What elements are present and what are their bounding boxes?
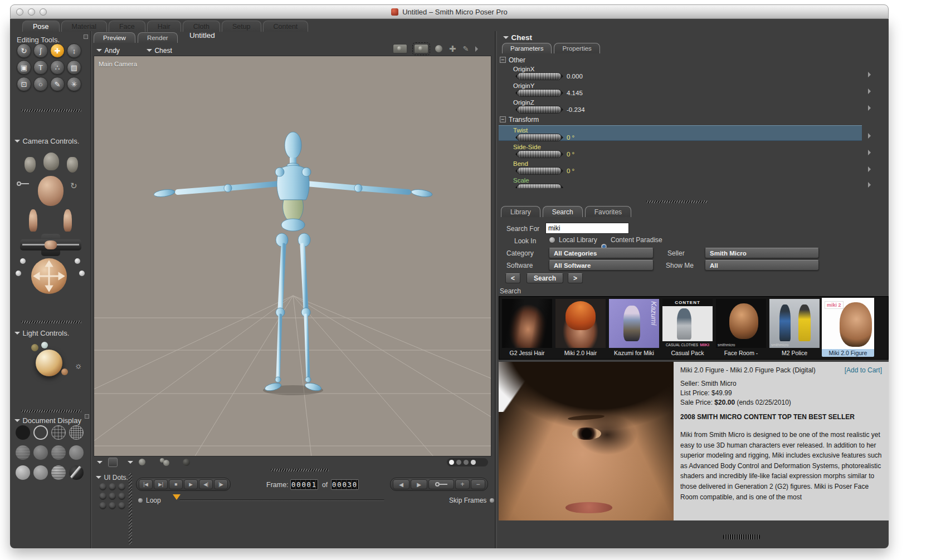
panel-divider[interactable] (495, 31, 497, 548)
radio-local-library[interactable] (549, 237, 555, 243)
shadow-ball-icon[interactable] (183, 459, 190, 466)
ui-dot[interactable] (99, 483, 106, 490)
param-menu-arrow-icon[interactable] (868, 105, 871, 111)
color-tool[interactable]: ✎ (50, 77, 65, 91)
animating-camera-key-icon[interactable] (17, 181, 29, 186)
param-dial-scale[interactable] (518, 184, 561, 188)
camera-trackball-control[interactable] (31, 258, 67, 294)
display-style-dropdown-icon[interactable] (97, 461, 103, 464)
camera-controls-header[interactable]: Camera Controls. (14, 136, 79, 146)
param-menu-arrow-icon[interactable] (868, 133, 871, 139)
actor-menu[interactable]: Chest (147, 45, 172, 55)
library-result[interactable]: Kazumi Kazumi for Miki (608, 299, 660, 357)
camera-dolly-ball-icon[interactable] (20, 258, 26, 264)
sidebar-separator-handle[interactable] (21, 321, 81, 323)
light-indicator[interactable] (61, 369, 68, 375)
view-magnifier-tool[interactable]: ○ (33, 77, 48, 91)
translate-pull-tool[interactable]: ✚ (50, 43, 65, 58)
next-frame-button[interactable]: |▶ (214, 479, 228, 489)
light-globe-control[interactable] (36, 350, 62, 376)
camera-dolly-ball-icon[interactable] (79, 271, 85, 276)
param-value[interactable]: -0.234 (567, 106, 585, 113)
tracking-ball-icon[interactable] (139, 459, 145, 465)
param-value[interactable]: 0.000 (567, 73, 583, 80)
light-indicator[interactable] (31, 344, 38, 351)
editing-tools-panel-handle[interactable] (84, 35, 88, 39)
grouping-tool[interactable]: ▨ (67, 60, 81, 75)
translate-in-out-tool[interactable]: ↕ (67, 43, 81, 58)
display-style-button[interactable] (108, 458, 118, 467)
light-indicator[interactable] (41, 342, 48, 348)
right-hand-camera-icon[interactable] (67, 157, 78, 173)
tab-content[interactable]: Content (263, 21, 309, 32)
param-dial-originz[interactable] (518, 106, 561, 113)
left-hand-camera-icon[interactable] (25, 157, 36, 173)
camera-dolly-ball-icon[interactable] (75, 258, 80, 264)
prev-page-button[interactable]: < (505, 273, 520, 283)
display-style-wireframe[interactable] (51, 425, 66, 440)
library-resize-handle[interactable] (723, 534, 760, 539)
display-style-texture-shaded[interactable] (51, 465, 66, 480)
actor-parameters-header[interactable]: Chest (503, 32, 532, 42)
rotate-tool[interactable]: ↻ (17, 43, 31, 58)
display-style-shadow-preview[interactable] (69, 465, 84, 480)
ui-dot[interactable] (109, 502, 116, 509)
display-style-smooth-shaded[interactable] (16, 465, 30, 480)
document-display-panel-handle[interactable] (85, 414, 89, 419)
param-dial-sideside[interactable] (518, 151, 561, 158)
hand-tool-icon[interactable]: ✎ (463, 45, 469, 52)
direct-manipulation-tool[interactable]: ⊡ (17, 77, 31, 91)
group-collapse-button[interactable]: − (500, 57, 506, 63)
param-menu-arrow-icon[interactable] (868, 89, 871, 94)
param-dial-originy[interactable] (518, 90, 561, 96)
search-input[interactable] (545, 223, 629, 234)
tab-properties[interactable]: Properties (554, 43, 599, 53)
show-me-dropdown[interactable]: All (705, 260, 819, 271)
camera-dots-indicator[interactable] (447, 458, 488, 466)
tab-setup[interactable]: Setup (222, 21, 261, 32)
add-key-button[interactable]: + (455, 479, 470, 489)
ui-dot[interactable] (99, 502, 106, 509)
next-page-button[interactable]: > (568, 273, 583, 283)
seller-dropdown[interactable]: Smith Micro (705, 248, 819, 258)
head-camera-icon[interactable] (38, 176, 64, 206)
tab-render[interactable]: Render (138, 32, 178, 43)
tab-parameters[interactable]: Parameters (502, 43, 552, 53)
delete-key-button[interactable]: − (471, 479, 485, 489)
prev-key-button[interactable]: ◀ (393, 479, 410, 489)
tab-face[interactable]: Face (109, 21, 145, 32)
display-style-cartoon[interactable] (69, 445, 84, 460)
light-controls-header[interactable]: Light Controls. (14, 328, 69, 338)
tab-favorites[interactable]: Favorites (585, 206, 631, 217)
tab-search[interactable]: Search (543, 206, 583, 217)
param-menu-arrow-icon[interactable] (868, 182, 871, 188)
group-collapse-button[interactable]: − (500, 116, 506, 122)
stop-button[interactable]: ■ (169, 479, 183, 489)
param-value[interactable]: 4.145 (567, 90, 583, 96)
display-style-silhouette[interactable] (16, 425, 30, 440)
category-dropdown[interactable]: All Categories (549, 248, 654, 258)
camera-select-icon[interactable] (414, 44, 428, 53)
tab-material[interactable]: Material (61, 21, 107, 32)
add-to-cart-link[interactable]: [Add to Cart] (845, 366, 882, 374)
title-bar[interactable]: Untitled – Smith Micro Poser Pro (10, 4, 889, 19)
prev-frame-button[interactable]: ◀| (199, 479, 213, 489)
library-result-selected[interactable]: miki 2 Miki 2.0 Figure (822, 299, 874, 357)
param-value[interactable]: 0 ° (567, 168, 574, 174)
display-style-smooth-lined[interactable] (33, 465, 48, 480)
move-tool-icon[interactable]: ✚ (449, 45, 456, 53)
display-style-outline[interactable] (33, 425, 48, 440)
viewport-main-camera[interactable]: Main Camera (94, 56, 491, 456)
last-frame-button[interactable]: ▶| (154, 479, 168, 489)
tab-hair[interactable]: Hair (147, 21, 181, 32)
timeline-slider[interactable] (179, 499, 384, 501)
camera-dolly-ball-icon[interactable] (16, 271, 21, 276)
figure-menu[interactable]: Andy (96, 45, 120, 55)
sidebar-separator-handle[interactable] (21, 109, 81, 112)
taper-tool[interactable]: T (33, 60, 48, 75)
library-result[interactable]: smithmicro M2 Police (768, 299, 821, 357)
play-button[interactable]: ▶ (184, 479, 198, 489)
panel-separator-handle[interactable] (646, 200, 708, 203)
param-menu-arrow-icon[interactable] (868, 150, 871, 155)
multi-ball-icon[interactable] (160, 458, 169, 466)
